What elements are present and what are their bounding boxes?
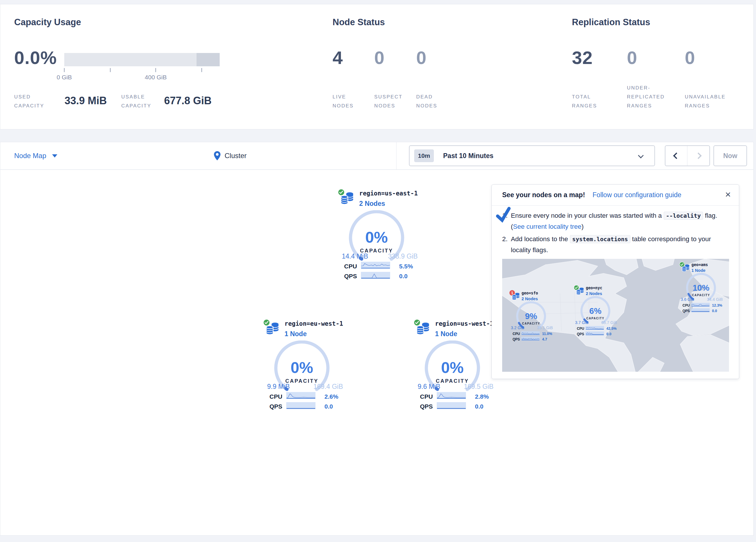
axis-tick [201,68,202,72]
live-nodes-label: LIVE NODES [333,92,367,110]
gauge-capacity-label: CAPACITY [522,322,540,325]
cpu-label: CPU [420,393,433,400]
region-nodes-label: 1 Node [691,268,705,273]
region-node-eu-west-1[interactable]: region=eu-west-1 1 Node 0% CAPACITY 9.9 … [258,319,345,414]
node-status-title: Node Status [333,17,385,27]
capacity-used-percent: 0.0% [14,47,57,68]
live-nodes-count: 4 [333,47,343,68]
code-span-system-locations: system.locations [570,235,630,243]
region-nodes-link[interactable]: 2 Nodes [359,200,385,207]
node-map-canvas: region=us-east-1 2 Nodes 0% CAPACITY 14.… [0,170,754,536]
qps-sparkline [691,308,710,312]
gauge-percent: 6% [589,306,601,316]
locality-tree-link[interactable]: See current locality tree [513,223,581,230]
example-node-map-image: 1 geo=sfo 2 Nodes 9% CAPACITY 3.2 GiB 35… [502,259,729,372]
database-icon [266,322,279,336]
map-region-geo-sfo: 1 geo=sfo 2 Nodes 9% CAPACITY 3.2 GiB 35… [508,290,557,343]
cpu-sparkline [437,392,466,399]
gauge-percent: 10% [693,283,709,293]
region-nodes-link[interactable]: 1 Node [285,330,307,338]
configuration-guide-link[interactable]: Follow our configuration guide [592,191,681,199]
qps-label: QPS [269,403,282,410]
cpu-label: CPU [269,393,282,400]
map-region-geo-nyc: geo=nyc 2 Nodes 6% CAPACITY 3.7 GiB 65.7… [572,285,621,338]
total-ranges-count: 32 [572,47,593,68]
step-number: 2. [502,234,511,255]
capacity-usage-title: Capacity Usage [14,17,81,27]
blue-check-icon [494,206,513,224]
qps-label: QPS [682,309,690,313]
cluster-summary-panel: Capacity Usage 0.0% 0 GiB 400 GiB USED C… [0,4,754,129]
unavailable-count: 0 [685,47,695,68]
qps-label: QPS [344,273,357,280]
chevron-left-icon [673,152,680,159]
time-range-badge: 10m [414,149,434,162]
region-locality-label: geo=nyc [586,286,602,290]
region-node-us-west-1[interactable]: region=us-west-1 1 Node 0% CAPACITY 9.6 … [409,319,496,414]
time-next-button[interactable] [687,146,709,166]
gauge-percent: 9% [525,312,537,321]
under-replicated-label: UNDER-REPLICATED RANGES [627,83,678,110]
step-text: ) [581,223,584,230]
time-prev-button[interactable] [665,146,687,166]
qps-value: 0.0 [606,332,611,336]
map-region-geo-ams: geo=ams 1 Node 10% CAPACITY 3.6 GiB 34.4… [678,262,727,315]
region-used-capacity: 3.2 GiB [511,326,524,330]
cpu-sparkline [586,326,604,330]
popup-instructions: 1. Ensure every node in your cluster was… [502,210,731,255]
caret-down-icon [52,154,57,157]
time-range-label: Past 10 Minutes [443,152,493,160]
capacity-bar [64,53,220,66]
time-step-buttons [665,145,710,166]
region-used-capacity: 3.6 GiB [681,297,694,302]
region-node-us-east-1[interactable]: region=us-east-1 2 Nodes 0% CAPACITY 14.… [333,188,420,284]
step-text: Add locations to the [511,235,570,242]
qps-sparkline [361,272,390,279]
toolbar-divider [396,142,397,169]
cpu-value: 12.3% [712,304,722,308]
database-icon [416,322,430,336]
qps-label: QPS [513,337,520,341]
view-selector-dropdown[interactable]: Node Map [14,142,57,169]
region-total-capacity: 169.4 GiB [305,383,343,391]
cluster-overview-page: Capacity Usage 0.0% 0 GiB 400 GiB USED C… [0,0,756,542]
map-pin-icon [214,151,221,160]
usable-capacity-label: USABLE CAPACITY [121,92,169,110]
gauge-percent: 0% [291,359,313,376]
region-total-capacity: 338.9 GiB [379,252,418,260]
axis-tick-label: 0 GiB [47,74,82,81]
region-total-capacity: 35.1 GiB [531,326,553,330]
popup-step-2: 2. Add locations to the system.locations… [502,234,731,255]
capacity-bar-used-segment [197,53,220,66]
popup-step-1: 1. Ensure every node in your cluster was… [502,210,731,232]
qps-sparkline [437,402,466,409]
gauge-capacity-label: CAPACITY [692,294,710,297]
unavailable-label: UNAVAILABLE RANGES [685,92,740,110]
region-used-capacity: 9.6 MiB [418,383,440,391]
cpu-label: CPU [577,327,584,331]
region-total-capacity: 65.7 GiB [595,320,617,325]
view-selector-label: Node Map [14,152,46,160]
chevron-down-icon [638,152,644,158]
now-button[interactable]: Now [713,145,747,166]
replication-status-title: Replication Status [572,17,650,27]
cpu-value: 2.6% [324,393,338,400]
chevron-right-icon [695,152,702,159]
breadcrumb[interactable]: Cluster [214,142,247,169]
qps-sparkline [286,402,315,409]
cpu-label: CPU [682,304,690,308]
axis-tick [155,68,156,72]
gauge-percent: 0% [365,228,388,246]
qps-label: QPS [420,403,433,410]
region-nodes-link[interactable]: 1 Node [435,330,457,338]
qps-value: 0.0 [399,273,408,280]
region-locality-label: geo=sfo [522,291,538,295]
code-span-locality: --locality [664,212,703,220]
under-replicated-count: 0 [627,47,637,68]
region-used-capacity: 14.4 MiB [342,252,368,260]
region-nodes-label: 2 Nodes [522,297,538,301]
database-icon [341,192,354,205]
time-range-dropdown[interactable]: 10m Past 10 Minutes [409,145,655,166]
cpu-sparkline [286,392,315,399]
close-icon[interactable]: × [725,189,731,199]
